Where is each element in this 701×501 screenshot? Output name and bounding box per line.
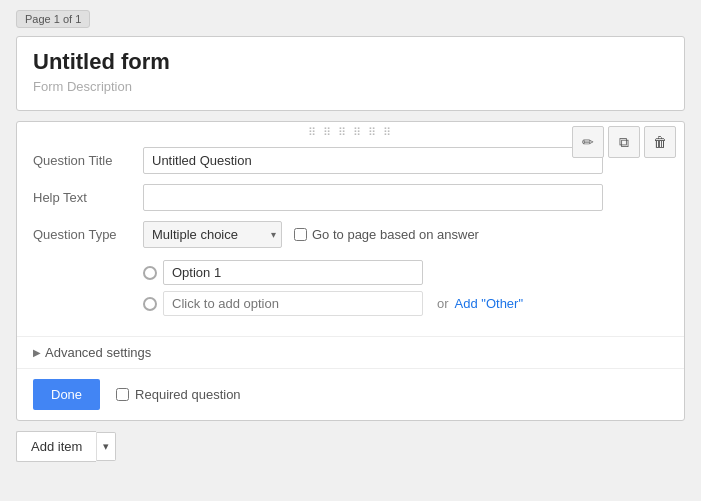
- done-button[interactable]: Done: [33, 379, 100, 410]
- copy-button[interactable]: ⧉: [608, 126, 640, 158]
- question-title-input[interactable]: [143, 147, 603, 174]
- form-header-card: Untitled form Form Description: [16, 36, 685, 111]
- help-text-input[interactable]: [143, 184, 603, 211]
- question-type-label: Question Type: [33, 227, 143, 242]
- goto-page-label: Go to page based on answer: [312, 227, 479, 242]
- option-input-0[interactable]: [163, 260, 423, 285]
- form-description[interactable]: Form Description: [33, 79, 668, 94]
- advanced-settings-section: ▶ Advanced settings: [17, 336, 684, 368]
- delete-button[interactable]: 🗑: [644, 126, 676, 158]
- advanced-settings-label: Advanced settings: [45, 345, 151, 360]
- edit-icon: ✏: [582, 134, 594, 150]
- radio-option-0[interactable]: [143, 266, 157, 280]
- goto-page-checkbox[interactable]: [294, 228, 307, 241]
- copy-icon: ⧉: [619, 134, 629, 151]
- add-other-link[interactable]: Add "Other": [455, 296, 524, 311]
- add-item-button[interactable]: Add item: [16, 431, 96, 462]
- question-card: ⠿ ⠿ ⠿ ⠿ ⠿ ⠿ ✏ ⧉ 🗑 Question Title Help Te…: [16, 121, 685, 421]
- help-field-row: Help Text: [33, 184, 668, 211]
- page-indicator: Page 1 of 1: [16, 10, 90, 28]
- form-title: Untitled form: [33, 49, 668, 75]
- drag-dots-icon: ⠿ ⠿ ⠿ ⠿ ⠿ ⠿: [308, 126, 393, 139]
- goto-page-row: Go to page based on answer: [294, 227, 479, 242]
- advanced-arrow-icon: ▶: [33, 347, 41, 358]
- radio-option-1[interactable]: [143, 297, 157, 311]
- options-area: or Add "Other": [33, 260, 668, 316]
- edit-button[interactable]: ✏: [572, 126, 604, 158]
- add-item-dropdown-button[interactable]: ▾: [96, 432, 116, 461]
- required-label: Required question: [135, 387, 241, 402]
- toolbar: ✏ ⧉ 🗑: [572, 126, 676, 158]
- question-footer: Done Required question: [17, 368, 684, 420]
- type-select-wrapper: Multiple choice Text Paragraph text Chec…: [143, 221, 282, 248]
- question-title-label: Question Title: [33, 153, 143, 168]
- bottom-bar: Add item ▾: [16, 431, 685, 462]
- advanced-settings-toggle[interactable]: ▶ Advanced settings: [33, 345, 668, 360]
- required-checkbox[interactable]: [116, 388, 129, 401]
- question-body: Question Title Help Text Question Type M…: [17, 143, 684, 336]
- option-row-0: [143, 260, 668, 285]
- option-row-1: or Add "Other": [143, 291, 668, 316]
- question-type-select[interactable]: Multiple choice Text Paragraph text Chec…: [143, 221, 282, 248]
- delete-icon: 🗑: [653, 134, 667, 150]
- help-text-label: Help Text: [33, 190, 143, 205]
- option-input-add[interactable]: [163, 291, 423, 316]
- add-other-separator: or: [437, 296, 449, 311]
- required-row: Required question: [116, 387, 241, 402]
- question-type-row: Question Type Multiple choice Text Parag…: [33, 221, 668, 248]
